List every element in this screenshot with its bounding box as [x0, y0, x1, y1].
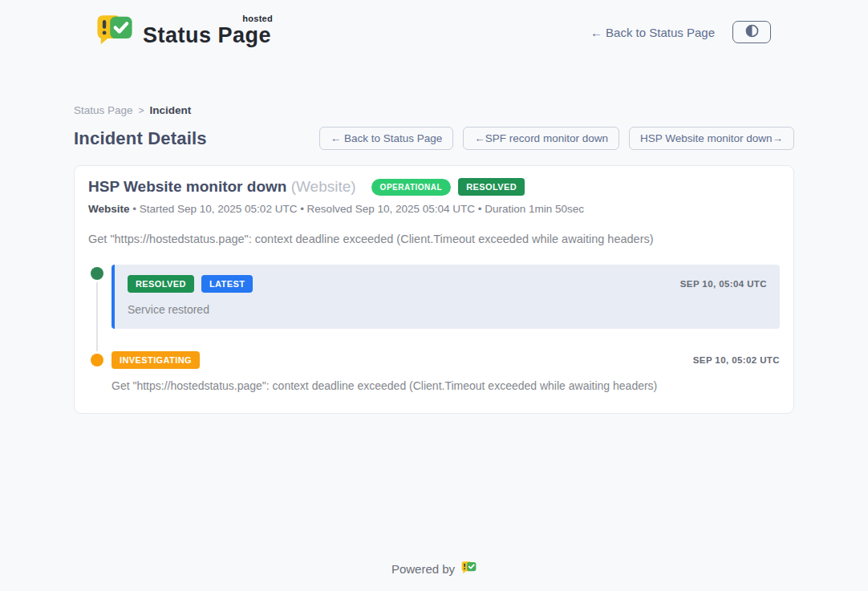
timeline-timestamp: SEP 10, 05:02 UTC	[693, 355, 780, 365]
incident-title-row: HSP Website monitor down (Website) OPERA…	[88, 178, 780, 196]
incident-card: HSP Website monitor down (Website) OPERA…	[74, 165, 794, 414]
brand-name: Status Page	[143, 23, 271, 47]
incident-meta-times: • Started Sep 10, 2025 05:02 UTC • Resol…	[132, 203, 584, 215]
timeline-entry-content: INVESTIGATING SEP 10, 05:02 UTC Get "htt…	[112, 351, 780, 392]
logo-speech-bubble-icon	[96, 12, 133, 52]
timeline-message: Service restored	[128, 303, 767, 316]
timeline-investigating-badge: INVESTIGATING	[112, 351, 200, 369]
header: Status Page hosted ← Back to Status Page	[0, 0, 868, 61]
incident-title: HSP Website monitor down (Website)	[88, 178, 356, 196]
prev-incident-button[interactable]: ←SPF record monitor down	[463, 127, 619, 150]
page-title: Incident Details	[74, 128, 207, 149]
breadcrumb-separator: >	[139, 105, 144, 116]
timeline-timestamp: SEP 10, 05:04 UTC	[680, 279, 767, 289]
timeline-entry-investigating: INVESTIGATING SEP 10, 05:02 UTC Get "htt…	[88, 351, 780, 392]
logo[interactable]: Status Page hosted	[96, 12, 271, 52]
timeline-dot-investigating-icon	[91, 354, 103, 366]
incident-title-text: HSP Website monitor down	[88, 178, 286, 195]
incident-meta-component: Website	[88, 203, 130, 215]
breadcrumb-root-link[interactable]: Status Page	[74, 104, 133, 116]
brand-superscript: hosted	[242, 14, 273, 23]
timeline-latest-badge: LATEST	[201, 275, 253, 293]
incident-nav-buttons: ← Back to Status Page ←SPF record monito…	[319, 127, 794, 150]
timeline-resolved-badge: RESOLVED	[128, 275, 194, 293]
timeline-message: Get "https://hostedstatus.page": context…	[112, 379, 780, 392]
incident-meta: Website • Started Sep 10, 2025 05:02 UTC…	[88, 203, 780, 215]
header-right: ← Back to Status Page	[590, 21, 771, 43]
incident-description: Get "https://hostedstatus.page": context…	[88, 233, 780, 245]
breadcrumb: Status Page>Incident	[74, 104, 794, 116]
header-back-link[interactable]: ← Back to Status Page	[590, 26, 715, 39]
powered-by-label: Powered by	[391, 562, 455, 576]
main-content: Status Page>Incident Incident Details ← …	[74, 104, 794, 414]
incident-component-suffix: (Website)	[291, 178, 356, 195]
back-to-status-page-button[interactable]: ← Back to Status Page	[319, 127, 454, 150]
incident-timeline: RESOLVED LATEST SEP 10, 05:04 UTC Servic…	[88, 265, 780, 392]
footer: Powered by © 2025-10-08 14:10:34.772084 …	[0, 561, 868, 591]
timeline-dot-resolved-icon	[91, 267, 103, 280]
timeline-entry-header: INVESTIGATING SEP 10, 05:02 UTC	[112, 351, 780, 369]
resolved-state-badge: RESOLVED	[458, 178, 525, 196]
operational-status-badge: OPERATIONAL	[371, 179, 452, 196]
timeline-entry-content: RESOLVED LATEST SEP 10, 05:04 UTC Servic…	[112, 265, 780, 329]
logo-text: Status Page hosted	[143, 17, 271, 48]
hsp-logo-icon	[461, 561, 477, 577]
next-incident-button[interactable]: HSP Website monitor down→	[629, 127, 794, 150]
timeline-entry-resolved: RESOLVED LATEST SEP 10, 05:04 UTC Servic…	[88, 265, 780, 329]
timeline-entry-header: RESOLVED LATEST SEP 10, 05:04 UTC	[128, 275, 767, 293]
powered-by-link[interactable]: Powered by	[391, 561, 477, 577]
breadcrumb-current: Incident	[150, 104, 192, 116]
title-row: Incident Details ← Back to Status Page ←…	[74, 127, 794, 150]
circle-half-icon	[745, 24, 759, 40]
theme-toggle-button[interactable]	[732, 21, 771, 43]
